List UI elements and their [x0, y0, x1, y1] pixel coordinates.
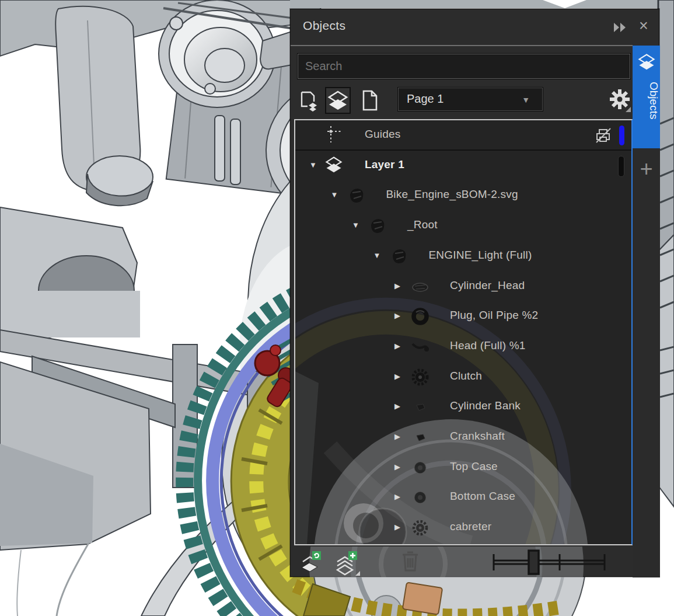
objects-tree: Guides ▼ Layer 1 ▼ Bike_Engine_sBOM-2.sv… [294, 119, 633, 545]
tree-row-label: Top Case [450, 460, 498, 473]
part-dark-icon [368, 216, 387, 236]
expand-caret-icon[interactable]: ▶ [394, 402, 406, 410]
engine-right-sliver [658, 0, 674, 507]
expand-caret-icon[interactable]: ▶ [394, 432, 406, 441]
tree-row[interactable]: ▶ Plug, Oil Pipe %2 [295, 301, 631, 332]
layers-view-button[interactable] [325, 87, 351, 114]
layer-opacity-slider[interactable] [489, 549, 609, 575]
tree-row-label: Cylinder Bank [450, 399, 521, 412]
tree-row[interactable]: ▼ Bike_Engine_sBOM-2.svg [295, 180, 631, 211]
tree-row-label: Clutch [450, 370, 482, 382]
guides-cross-icon [325, 126, 345, 145]
tree-row[interactable]: ▶ Top Case [295, 453, 631, 483]
tree-row[interactable]: Guides [295, 120, 631, 151]
tree-row[interactable]: ▶ Head (Full) %1 [295, 332, 631, 362]
curve-icon [410, 337, 430, 357]
expand-caret-icon[interactable]: ▶ [394, 462, 406, 471]
part-dark-icon [347, 186, 366, 206]
pages-view-button[interactable] [357, 87, 383, 114]
add-docker-tab-button[interactable]: + [633, 156, 660, 183]
tree-row-label: Cylinder_Head [450, 279, 525, 292]
settings-gear-button[interactable] [608, 87, 631, 113]
tree-row[interactable]: ▶ Clutch [295, 362, 631, 392]
layer-color-indicator[interactable] [619, 126, 624, 145]
bottom-toolbar [291, 547, 633, 577]
collapse-docker-icon[interactable] [613, 22, 628, 33]
application-canvas: Objects × P [0, 0, 674, 616]
docker-titlebar: Objects × [291, 9, 659, 45]
tree-row-label: Crankshaft [450, 430, 505, 443]
expand-caret-icon[interactable]: ▼ [309, 161, 321, 169]
chevron-down-icon: ▼ [522, 95, 530, 105]
tree-row-label: Head (Full) %1 [450, 339, 526, 352]
search-box [298, 54, 630, 79]
tree-row-label: Bike_Engine_sBOM-2.svg [386, 188, 518, 201]
expand-caret-icon[interactable]: ▶ [394, 281, 406, 290]
tree-row[interactable]: ▼ Layer 1 [295, 151, 631, 181]
tree-row-label: Layer 1 [365, 158, 404, 171]
expand-caret-icon[interactable]: ▶ [394, 372, 406, 381]
new-layer-button[interactable] [298, 549, 324, 576]
new-master-layer-button[interactable] [333, 549, 359, 576]
expand-caret-icon[interactable]: ▶ [394, 311, 406, 320]
tree-row[interactable]: ▶ Cylinder_Head [295, 272, 631, 302]
page-selector-dropdown[interactable]: Page 1 ▼ [397, 87, 543, 112]
flyout-corner-icon [355, 571, 360, 576]
tree-row[interactable]: ▶ cabreter [295, 513, 631, 543]
expand-caret-icon[interactable]: ▼ [331, 190, 343, 199]
tree-row[interactable]: ▶ Bottom Case [295, 482, 631, 513]
docker-tab-strip: Objects + [633, 46, 660, 577]
layers-icon [638, 53, 655, 74]
non-printing-icon[interactable] [595, 127, 612, 144]
panel-title: Objects [303, 19, 345, 33]
gear-faint-icon [410, 518, 430, 538]
part-dark-icon [389, 246, 409, 266]
faint-icon [410, 488, 430, 507]
ring-icon [410, 307, 430, 326]
layers-white-icon [325, 156, 345, 176]
tiny-dark-icon [410, 427, 430, 447]
tree-row[interactable]: ▶ Crankshaft [295, 422, 631, 453]
tree-rows: Guides ▼ Layer 1 ▼ Bike_Engine_sBOM-2.sv… [295, 120, 631, 544]
tree-row[interactable]: ▼ ENGINE_Light (Full) [295, 241, 631, 272]
tree-row-label: _Root [407, 218, 438, 231]
tree-row-label: cabreter [450, 520, 491, 533]
close-icon[interactable]: × [637, 16, 651, 35]
pages-layers-view-button[interactable] [296, 87, 322, 114]
page-selector-value: Page 1 [407, 92, 443, 106]
tab-objects-label: Objects [633, 82, 660, 146]
expand-caret-icon[interactable]: ▶ [394, 492, 406, 501]
tree-row-label: Guides [365, 128, 400, 141]
gear-dark-icon [410, 367, 430, 387]
layer-color-indicator[interactable] [618, 156, 624, 177]
tree-row[interactable]: ▶ Cylinder Bank [295, 392, 631, 422]
delete-layer-button-disabled[interactable] [399, 549, 425, 576]
tiny-dark-icon [410, 397, 430, 417]
titlebar-separator [291, 45, 633, 46]
tree-row[interactable]: ▼ _Root [295, 211, 631, 241]
tree-row-label: Bottom Case [450, 490, 515, 503]
tree-row-label: ENGINE_Light (Full) [429, 249, 532, 262]
objects-toolbar: Page 1 ▼ [291, 86, 633, 114]
expand-caret-icon[interactable]: ▼ [373, 251, 385, 260]
head-flat-icon [410, 277, 430, 297]
expand-caret-icon[interactable]: ▶ [394, 342, 406, 350]
flyout-corner-icon [626, 107, 631, 112]
slider-handle[interactable] [529, 551, 539, 574]
faint-icon [410, 458, 430, 478]
search-input[interactable] [298, 54, 644, 78]
objects-docker-panel: Objects × P [290, 9, 659, 577]
tree-row-label: Plug, Oil Pipe %2 [450, 309, 538, 322]
expand-caret-icon[interactable]: ▼ [352, 221, 364, 229]
expand-caret-icon[interactable]: ▶ [394, 523, 406, 531]
tab-objects[interactable]: Objects [633, 46, 660, 148]
